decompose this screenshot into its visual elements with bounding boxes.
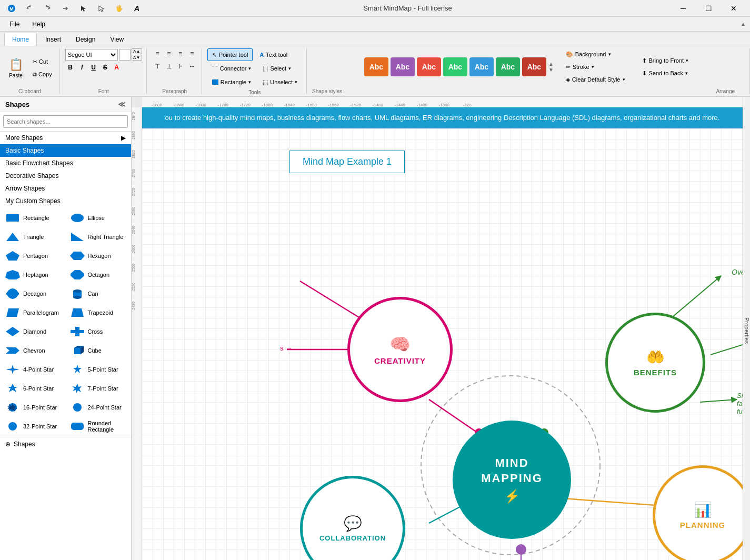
shape-heptagon[interactable]: Heptagon: [2, 266, 65, 283]
background-btn[interactable]: 🎨 Background ▾: [561, 48, 630, 60]
sidebar-collapse-icon[interactable]: ≪: [118, 100, 126, 108]
shape-pentagon[interactable]: Pentagon: [2, 247, 65, 264]
tab-home[interactable]: Home: [4, 33, 37, 46]
align-justify-btn[interactable]: ≡: [187, 48, 197, 59]
sidebar-item-custom[interactable]: My Custom Shapes: [0, 195, 131, 207]
ribbon: 📋 Paste ✂ Cut ⧉ Copy Clipboard Segoe UI: [0, 46, 750, 97]
clear-default-btn[interactable]: ◈ Clear Default Style ▾: [561, 74, 630, 85]
shape-star4[interactable]: 4-Point Star: [2, 361, 65, 378]
sidebar-item-arrow[interactable]: Arrow Shapes: [0, 182, 131, 195]
canvas-area[interactable]: ou to create high-quality mind maps, bus…: [142, 107, 743, 560]
shape-star5[interactable]: 5-Point Star: [67, 361, 129, 378]
indent-btn[interactable]: ↔: [187, 61, 197, 72]
shape-ellipse[interactable]: Ellipse: [67, 209, 129, 226]
valign-top-btn[interactable]: ⊤: [152, 61, 163, 72]
align-center-btn[interactable]: ≡: [164, 48, 174, 59]
font-size-down-btn[interactable]: A▼: [132, 55, 142, 61]
search-input[interactable]: [3, 115, 128, 128]
underline-btn[interactable]: U: [88, 62, 99, 73]
shape-parallelogram[interactable]: Parallelogram: [2, 304, 65, 321]
sidebar-item-more-shapes[interactable]: More Shapes ▶: [0, 132, 131, 144]
font-color-btn[interactable]: A: [112, 62, 122, 73]
shape-octagon[interactable]: Octagon: [67, 266, 129, 283]
svg-marker-8: [5, 270, 20, 279]
copy-button[interactable]: ⧉ Copy: [29, 68, 55, 80]
send-to-back-btn[interactable]: ⬇ Send to Back ▾: [637, 67, 694, 79]
pointer-tool-btn[interactable]: ↖ Pointer tool: [207, 48, 253, 61]
font-size-up-btn[interactable]: A▲: [132, 48, 142, 54]
shape-trapezoid[interactable]: Trapezoid: [67, 304, 129, 321]
redo-btn[interactable]: [40, 1, 55, 16]
canvas-title-box[interactable]: Mind Map Example 1: [289, 151, 405, 173]
shape-star32[interactable]: 32-Point Star: [2, 418, 65, 435]
sidebar-item-flowchart[interactable]: Basic Flowchart Shapes: [0, 157, 131, 169]
bring-to-front-btn[interactable]: ⬆ Bring to Front ▾: [637, 55, 694, 66]
style-btn-3[interactable]: Abc: [443, 57, 467, 76]
italic-btn[interactable]: I: [77, 62, 87, 73]
shape-rounded-rect[interactable]: Rounded Rectangle: [67, 418, 129, 435]
tab-insert[interactable]: Insert: [38, 33, 68, 46]
bold-btn[interactable]: B: [65, 62, 76, 73]
style-btn-1[interactable]: Abc: [391, 57, 415, 76]
rectangle-tool-btn[interactable]: Rectangle ▾: [207, 76, 256, 88]
shape-cross[interactable]: Cross: [67, 323, 129, 340]
creativity-node[interactable]: 🧠 CREATIVITY: [347, 297, 453, 402]
valign-bot-btn[interactable]: ⊦: [175, 61, 186, 72]
shape-star7[interactable]: 7-Point Star: [67, 380, 129, 397]
paste-button[interactable]: 📋 Paste: [4, 51, 27, 85]
planning-node[interactable]: 📊 PLANNING: [653, 465, 743, 560]
connector-tool-btn[interactable]: ⌒ Connector ▾: [207, 62, 256, 75]
text-quick-icon[interactable]: A: [129, 1, 144, 16]
shapestyles-label: Shape styles: [312, 87, 342, 94]
benefits-node[interactable]: 🤲 BENEFITS: [605, 313, 705, 413]
close-btn[interactable]: ✕: [722, 1, 746, 16]
shape-diamond[interactable]: Diamond: [2, 323, 65, 340]
styles-scroll[interactable]: ▲ ▼: [548, 61, 554, 73]
hand-icon[interactable]: 🖐: [112, 1, 126, 16]
cut-button[interactable]: ✂ Cut: [29, 56, 55, 67]
shape-cube[interactable]: Cube: [67, 342, 129, 359]
properties-panel[interactable]: Properties: [743, 97, 750, 560]
shape-star16[interactable]: 16-Point Star: [2, 399, 65, 416]
strikethrough-btn[interactable]: S: [100, 62, 111, 73]
shape-can[interactable]: Can: [67, 285, 129, 302]
stroke-btn[interactable]: ✏ Stroke ▾: [561, 61, 630, 73]
tab-view[interactable]: View: [103, 33, 131, 46]
undo-btn[interactable]: [22, 1, 37, 16]
valign-mid-btn[interactable]: ⊥: [164, 61, 174, 72]
collapse-ribbon-btn[interactable]: ▲: [741, 21, 746, 27]
style-btn-4[interactable]: Abc: [469, 57, 494, 76]
font-name-select[interactable]: Segoe UI: [65, 49, 118, 61]
shape-decagon[interactable]: Decagon: [2, 285, 65, 302]
font-color-box[interactable]: [119, 49, 131, 61]
shape-right-triangle[interactable]: Right Triangle: [67, 228, 129, 245]
align-left-btn[interactable]: ≡: [152, 48, 163, 59]
shape-hexagon[interactable]: Hexagon: [67, 247, 129, 264]
style-btn-0[interactable]: Abc: [364, 57, 388, 76]
collaboration-node[interactable]: 💬 COLLABORATION: [300, 476, 405, 560]
text-tool-btn[interactable]: A Text tool: [255, 48, 292, 61]
shape-chevron[interactable]: Chevron: [2, 342, 65, 359]
shape-star24[interactable]: 24-Point Star: [67, 399, 129, 416]
shape-triangle[interactable]: Triangle: [2, 228, 65, 245]
planning-label: PLANNING: [680, 521, 725, 529]
unselect-tool-btn[interactable]: ⬚ Unselect ▾: [258, 76, 302, 88]
style-btn-6[interactable]: Abc: [522, 57, 546, 76]
forward-btn[interactable]: [58, 1, 73, 16]
sidebar-item-basic-shapes[interactable]: Basic Shapes: [0, 144, 131, 157]
style-btn-2[interactable]: Abc: [417, 57, 441, 76]
select-tool-btn[interactable]: ⬚ Select ▾: [258, 62, 296, 75]
align-right-btn[interactable]: ≡: [175, 48, 186, 59]
sidebar-item-decorative[interactable]: Decorative Shapes: [0, 169, 131, 182]
shape-rectangle[interactable]: Rectangle: [2, 209, 65, 226]
tab-design[interactable]: Design: [68, 33, 103, 46]
unselect-caret: ▾: [295, 79, 297, 85]
shape-star6[interactable]: 6-Point Star: [2, 380, 65, 397]
shapes-footer[interactable]: ⊕ Shapes: [0, 437, 131, 451]
mindmapping-center[interactable]: MINDMAPPING ⚡: [453, 421, 571, 539]
minimize-btn[interactable]: ─: [671, 1, 695, 16]
menu-file[interactable]: File: [4, 18, 25, 30]
style-btn-5[interactable]: Abc: [496, 57, 520, 76]
maximize-btn[interactable]: ☐: [696, 1, 721, 16]
menu-help[interactable]: Help: [27, 18, 51, 30]
